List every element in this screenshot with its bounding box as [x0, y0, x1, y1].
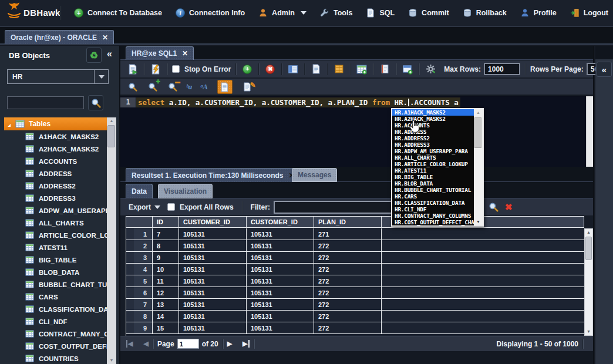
- sql-code-line[interactable]: select a.ID, a.CUSTOMER_ID, a.CUSTOMER_I…: [136, 97, 460, 107]
- sidebar-table-item[interactable]: BLOB_DATA: [4, 266, 107, 278]
- autocomplete-item[interactable]: HR.BIG_TABLE: [392, 174, 474, 180]
- scroll-down-icon[interactable]: ▼: [585, 328, 592, 335]
- export-excel-button[interactable]: [332, 63, 345, 76]
- autocomplete-item[interactable]: HR.CONTRACT_MANY_COLUMNS: [392, 213, 474, 219]
- autocomplete-item[interactable]: HR.ADDRESS3: [392, 141, 474, 148]
- create-table-button[interactable]: [355, 63, 368, 76]
- sidebar-table-item[interactable]: A2HACK_MASKS2: [4, 143, 107, 155]
- sidebar-scrollbar[interactable]: ▲ ▼: [107, 117, 116, 364]
- autocomplete-item[interactable]: HR.ATEST11: [392, 167, 474, 174]
- autocomplete-scrollbar[interactable]: ▲ ▼: [474, 109, 483, 225]
- autocomplete-item[interactable]: HR.ALL_CHARTS: [392, 154, 474, 161]
- schema-select[interactable]: HR: [7, 69, 109, 84]
- object-search-input[interactable]: [7, 96, 84, 109]
- sidebar-table-item[interactable]: BUBBLE_CHART_TUTO: [4, 278, 107, 291]
- autocomplete-item[interactable]: HR.BUBBLE_CHART_TUTORIAL: [392, 187, 474, 193]
- autocomplete-item[interactable]: HR.ACCOUNTS: [392, 122, 474, 129]
- sql-history-button[interactable]: [378, 63, 391, 76]
- autocomplete-item[interactable]: HR.ADDRESS2: [392, 135, 474, 141]
- sidebar-table-item[interactable]: COUNTRIES: [4, 352, 107, 364]
- scroll-up-icon[interactable]: ▲: [474, 109, 483, 116]
- sidebar-table-item[interactable]: CARS: [4, 291, 107, 303]
- grid-scrollbar[interactable]: ▲ ▼: [584, 228, 593, 336]
- autocomplete-item[interactable]: HR.A2HACK_MASKS2: [392, 116, 474, 122]
- tree-node-tables[interactable]: Tables: [4, 117, 107, 130]
- apply-filter-button[interactable]: [487, 201, 500, 214]
- zoom-in-button[interactable]: ✚: [146, 80, 159, 93]
- autocomplete-item[interactable]: HR.A1HACK_MASKS2: [392, 109, 474, 116]
- table-row[interactable]: 9 15 105131 105131 272: [126, 322, 584, 334]
- table-row[interactable]: 2 8 105131 105131 272: [126, 240, 584, 252]
- to-lowercase-button[interactable]: ᵇa: [186, 82, 192, 92]
- sidebar-table-item[interactable]: ADDRESS3: [4, 192, 107, 204]
- table-row[interactable]: 6 12 105131 105131 272: [126, 287, 584, 299]
- sql-editor-tab[interactable]: HR@xe SQL1 ✕: [126, 46, 194, 60]
- autocomplete-item[interactable]: HR.CARS: [392, 193, 474, 200]
- sidebar-table-item[interactable]: ACCOUNTS: [4, 155, 107, 167]
- next-page-button[interactable]: ▶: [227, 340, 232, 348]
- max-rows-input[interactable]: [484, 63, 520, 75]
- sidebar-table-item[interactable]: CLASSIFICATION_DATA: [4, 303, 107, 315]
- visualization-tab[interactable]: Visualization: [158, 184, 213, 198]
- resultset-tab[interactable]: Resultset 1. Execution Time:130 Millisec…: [126, 168, 301, 182]
- sidebar-collapse-button[interactable]: «: [107, 49, 112, 59]
- scroll-up-icon[interactable]: ▲: [107, 117, 116, 124]
- autocomplete-item[interactable]: HR.ADPW_AM_USERAPP_PARA: [392, 148, 474, 154]
- menu-profile[interactable]: Profile: [520, 8, 557, 18]
- scroll-up-icon[interactable]: ▲: [585, 229, 592, 236]
- sidebar-table-item[interactable]: A1HACK_MASKS2: [4, 130, 107, 143]
- prev-page-button[interactable]: ◀: [143, 340, 148, 348]
- autocomplete-item[interactable]: HR.CLI_NDF: [392, 206, 474, 213]
- scroll-down-icon[interactable]: ▼: [107, 357, 116, 364]
- stop-on-error-checkbox[interactable]: [172, 65, 180, 73]
- cancel-query-button[interactable]: ✖: [264, 63, 277, 76]
- table-row[interactable]: 5 11 105131 105131 272: [126, 275, 584, 287]
- export-dropdown[interactable]: Export: [129, 203, 151, 211]
- right-panel-collapse-button[interactable]: «: [597, 62, 612, 77]
- table-row[interactable]: 7 13 105131 105131 272: [126, 299, 584, 311]
- scrollbar-thumb[interactable]: [585, 237, 592, 260]
- sidebar-table-item[interactable]: ATEST11: [4, 241, 107, 254]
- to-uppercase-button[interactable]: ᵃA: [200, 82, 208, 92]
- chevron-down-icon[interactable]: [154, 205, 160, 209]
- format-sql-button[interactable]: [217, 80, 233, 94]
- table-row[interactable]: 4 10 105131 105131 272: [126, 264, 584, 275]
- column-header-plan-id[interactable]: PLAN_ID: [314, 217, 382, 227]
- column-header-customer-id[interactable]: CUSTOMER_ID: [179, 217, 247, 227]
- menu-rollback[interactable]: Rollback: [463, 8, 507, 18]
- clear-filter-button[interactable]: ✖: [505, 202, 513, 213]
- column-header-customer-id-2[interactable]: CUSTOMER_ID: [247, 217, 314, 227]
- sidebar-table-item[interactable]: ADDRESS2: [4, 180, 107, 192]
- sidebar-table-item[interactable]: ALL_CHARTS: [4, 217, 107, 229]
- autocomplete-item[interactable]: HR.ADDRESS: [392, 129, 474, 135]
- execute-script-button[interactable]: [149, 63, 162, 76]
- sidebar-table-item[interactable]: COST_OUTPUT_DEFEC: [4, 340, 107, 352]
- sidebar-table-item[interactable]: ADPW_AM_USERAPP_P: [4, 204, 107, 217]
- messages-tab[interactable]: Messages: [292, 168, 337, 182]
- page-number-input[interactable]: [177, 339, 199, 349]
- object-search-button[interactable]: [88, 95, 103, 110]
- menu-logout[interactable]: Logout: [570, 8, 608, 18]
- connection-tab-oracle[interactable]: Oracle (hr@xe) - ORACLE ✕: [5, 30, 114, 44]
- data-tab[interactable]: Data: [126, 184, 153, 198]
- sidebar-table-item[interactable]: CONTRACT_MANY_CO: [4, 328, 107, 340]
- new-window-button[interactable]: [401, 63, 414, 76]
- first-page-button[interactable]: ◀: [126, 340, 133, 348]
- table-row[interactable]: 1 7 105131 105131 271: [126, 228, 584, 240]
- menu-sql[interactable]: SQL: [366, 8, 395, 18]
- sidebar-table-item[interactable]: BIG_TABLE: [4, 254, 107, 266]
- menu-tools[interactable]: Tools: [320, 8, 352, 18]
- table-row[interactable]: 3 9 105131 105131 272: [126, 252, 584, 264]
- menu-admin[interactable]: Admin: [258, 8, 306, 18]
- add-sql-tab-button[interactable]: +: [241, 63, 254, 76]
- close-icon[interactable]: ✕: [102, 33, 108, 42]
- menu-connection-info[interactable]: i Connection Info: [176, 8, 245, 18]
- result-panel-button[interactable]: [287, 63, 299, 76]
- edit-sql-button[interactable]: ✎: [241, 80, 254, 93]
- new-document-button[interactable]: [309, 63, 322, 76]
- sql-editor[interactable]: 1 select a.ID, a.CUSTOMER_ID, a.CUSTOMER…: [120, 96, 593, 167]
- column-header-id[interactable]: ID: [153, 217, 179, 227]
- autocomplete-item[interactable]: HR.CLASSIFICATION_DATA: [392, 200, 474, 206]
- find-button[interactable]: [126, 80, 139, 93]
- scroll-down-icon[interactable]: ▼: [474, 218, 483, 225]
